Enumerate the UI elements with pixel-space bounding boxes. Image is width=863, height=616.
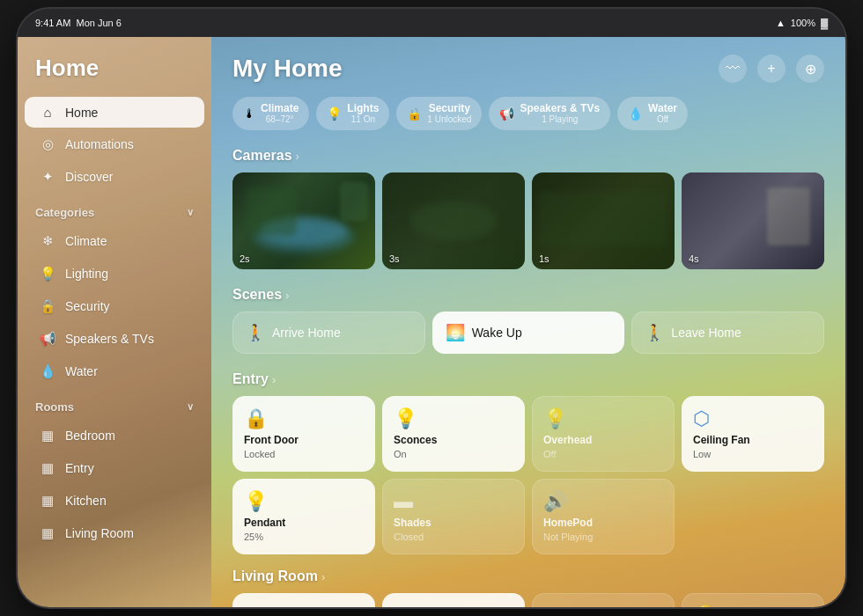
scene-arrive-home[interactable]: 🚶 Arrive Home [232, 312, 425, 354]
chip-climate-icon: 🌡 [243, 106, 255, 121]
scene-leave-home[interactable]: 🚶 Leave Home [631, 312, 824, 354]
device-shades[interactable]: ▬ Shades Closed [382, 479, 525, 554]
front-door-status: Locked [244, 448, 364, 460]
main-toolbar: My Home 〰 + ⊕ [232, 55, 824, 83]
chip-climate-label: Climate [261, 102, 299, 114]
camera-4[interactable]: 4s [682, 172, 824, 269]
add-button[interactable]: + [757, 55, 786, 83]
status-indicators: ▲ 100% ▓ [776, 18, 828, 28]
sidebar-bedroom-label: Bedroom [65, 429, 115, 443]
sidebar-item-discover[interactable]: ✦ Discover [25, 161, 204, 193]
shades-icon: ▬ [394, 490, 513, 513]
leave-home-label: Leave Home [671, 326, 741, 340]
scenes-row: 🚶 Arrive Home 🌅 Wake Up 🚶 Leave Home [232, 312, 824, 354]
living-room-section: Living Room › 68° Thermostat Heating to … [232, 568, 824, 607]
chip-lights-label: Lights [347, 102, 379, 114]
rooms-chevron: ∨ [187, 401, 194, 413]
overhead-name: Overhead [543, 434, 663, 448]
sidebar-item-bedroom[interactable]: ▦ Bedroom [25, 420, 204, 451]
more-button[interactable]: ⊕ [796, 55, 824, 83]
wake-up-label: Wake Up [472, 326, 522, 340]
waveform-icon: 〰 [726, 61, 740, 77]
chip-speakers[interactable]: 📢 Speakers & TVs 1 Playing [489, 97, 610, 130]
sidebar-living-room-label: Living Room [65, 526, 134, 540]
more-icon: ⊕ [805, 61, 816, 77]
overhead-icon: 💡 [543, 407, 663, 430]
camera-2[interactable]: 3s [382, 172, 525, 269]
sidebar-entry-label: Entry [65, 461, 94, 475]
camera-1-timestamp: 2s [240, 253, 250, 264]
chip-speakers-label: Speakers & TVs [520, 102, 600, 114]
sidebar-item-automations[interactable]: ◎ Automations [25, 128, 204, 160]
bedroom-icon: ▦ [39, 428, 56, 444]
category-chips: 🌡 Climate 68–72° 💡 Lights 11 On 🔒 [232, 97, 824, 130]
entry-chevron: › [272, 373, 276, 386]
pendant-name: Pendant [244, 517, 364, 531]
device-pendant[interactable]: 💡 Pendant 25% [232, 479, 375, 554]
device-ceiling-lights[interactable]: ☺ Ceiling Lights 90% [382, 593, 525, 607]
entry-section-header: Entry › [232, 371, 824, 387]
sidebar-item-security[interactable]: 🔒 Security [25, 290, 204, 322]
sidebar-item-water[interactable]: 💧 Water [25, 356, 204, 387]
discover-icon: ✦ [39, 169, 56, 185]
device-front-door[interactable]: 🔒 Front Door Locked [232, 396, 375, 472]
ceiling-fan-status: Low [693, 448, 813, 460]
chip-climate[interactable]: 🌡 Climate 68–72° [232, 97, 309, 130]
sidebar-item-home[interactable]: ⌂ Home [25, 97, 204, 128]
shades-status: Closed [394, 531, 513, 543]
categories-header: Categories ∨ [18, 194, 211, 224]
sidebar-automations-label: Automations [65, 137, 134, 151]
device-thermostat[interactable]: 68° Thermostat Heating to 70 [232, 593, 375, 607]
sconces-icon: 💡 [394, 407, 513, 430]
wake-up-icon: 🌅 [446, 323, 465, 342]
ceiling-fan-name: Ceiling Fan [693, 434, 813, 448]
chip-speakers-sub: 1 Playing [520, 114, 600, 125]
camera-2-timestamp: 3s [389, 253, 400, 264]
chip-lights[interactable]: 💡 Lights 11 On [316, 97, 389, 130]
device-sconces[interactable]: 💡 Sconces On [382, 396, 525, 472]
device-ceiling-fan[interactable]: ⬡ Ceiling Fan Low [682, 396, 824, 472]
device-smart-fan[interactable]: ⬡ Smart Fan Off [532, 593, 675, 607]
overhead-status: Off [543, 448, 663, 460]
sidebar-water-label: Water [65, 364, 98, 378]
camera-3[interactable]: 1s [532, 172, 675, 269]
scene-wake-up[interactable]: 🌅 Wake Up [432, 312, 625, 354]
sidebar-item-lighting[interactable]: 💡 Lighting [25, 258, 204, 290]
chip-security-icon: 🔒 [407, 106, 422, 121]
sidebar-title: Home [18, 55, 211, 96]
chip-security[interactable]: 🔒 Security 1 Unlocked [396, 97, 482, 130]
camera-1[interactable]: 2s [232, 172, 375, 269]
living-room-icon: ▦ [39, 525, 56, 541]
toolbar-actions: 〰 + ⊕ [719, 55, 824, 83]
sidebar-item-entry[interactable]: ▦ Entry [25, 452, 204, 484]
sidebar-item-climate[interactable]: ❄ Climate [25, 225, 204, 257]
device-overhead[interactable]: 💡 Overhead Off [532, 396, 675, 472]
add-icon: + [767, 61, 775, 77]
main-content: My Home 〰 + ⊕ 🌡 [211, 37, 845, 607]
chip-water[interactable]: 💧 Water Off [617, 97, 688, 130]
cameras-section-header: Cameras › [232, 148, 824, 164]
sidebar-item-kitchen[interactable]: ▦ Kitchen [25, 485, 204, 517]
screen: Home ⌂ Home ◎ Automations ✦ Discover Cat… [18, 37, 845, 607]
chip-speakers-icon: 📢 [499, 106, 514, 121]
chip-security-sub: 1 Unlocked [427, 114, 471, 125]
sidebar-discover-label: Discover [65, 170, 113, 184]
status-time: 9:41 AM Mon Jun 6 [35, 18, 122, 28]
chip-security-label: Security [427, 102, 471, 114]
waveform-button[interactable]: 〰 [719, 55, 747, 83]
pendant-status: 25% [244, 531, 364, 543]
accent-lights-icon: 💡 [693, 605, 813, 607]
speakers-icon: 📢 [39, 331, 56, 347]
climate-icon: ❄ [39, 233, 56, 249]
cameras-title: Cameras [232, 148, 292, 164]
device-accent-lights[interactable]: 💡 Accent Lights Off [682, 593, 824, 607]
sidebar-climate-label: Climate [65, 234, 107, 248]
rooms-header: Rooms ∨ [18, 388, 211, 419]
home-icon: ⌂ [39, 105, 56, 120]
scenes-title: Scenes [232, 287, 282, 303]
sidebar-speakers-label: Speakers & TVs [65, 332, 154, 346]
sidebar-item-living-room[interactable]: ▦ Living Room [25, 517, 204, 549]
sidebar-item-speakers[interactable]: 📢 Speakers & TVs [25, 323, 204, 355]
chip-lights-sub: 11 On [347, 114, 379, 125]
device-homepod[interactable]: 🔊 HomePod Not Playing [532, 479, 675, 554]
